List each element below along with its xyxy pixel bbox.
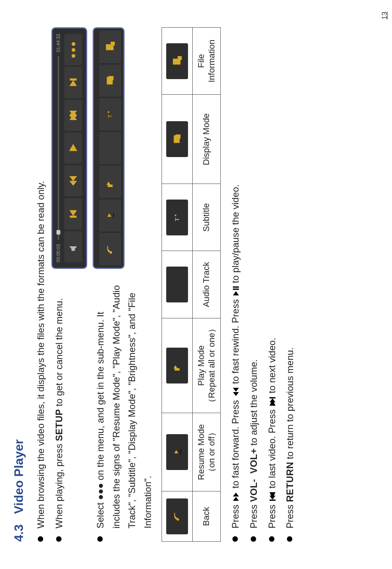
- text: to play/pause the video.: [230, 184, 241, 283]
- svg-marker-47: [233, 388, 239, 392]
- prev-track-icon: [266, 491, 274, 502]
- svg-marker-12: [108, 214, 111, 216]
- svg-point-13: [113, 217, 114, 218]
- svg-marker-2: [70, 181, 76, 185]
- text: Select ●●● on the menu, and get in the s…: [95, 312, 105, 528]
- fast-forward-icon: [229, 491, 238, 502]
- text: Play Mode: [196, 345, 206, 386]
- seek-track[interactable]: [58, 56, 59, 240]
- bullet-submenu: Select ●●● on the menu, and get in the s…: [93, 277, 156, 542]
- svg-marker-33: [174, 366, 177, 368]
- chip-back-icon: [166, 498, 188, 534]
- svg-point-32: [180, 450, 181, 451]
- play-pause-icon: [229, 286, 238, 297]
- text: to last video. Press: [267, 407, 277, 488]
- bullet-prev-next: Press to last video. Press to next video…: [264, 27, 280, 542]
- display-mode-icon[interactable]: [99, 65, 121, 97]
- text: to fast forward. Press: [230, 398, 241, 488]
- svg-rect-57: [269, 397, 275, 398]
- play-mode-icon[interactable]: [99, 166, 121, 198]
- text: Press: [230, 502, 241, 528]
- text: Press: [267, 502, 277, 528]
- cell-back: Back: [192, 491, 220, 541]
- text: When playing, press: [54, 441, 64, 528]
- text: Press: [285, 502, 295, 528]
- mute-icon[interactable]: [64, 231, 82, 262]
- text: Press: [248, 502, 259, 528]
- chip-subtitle-icon: T: [166, 200, 188, 235]
- audio-track-icon[interactable]: [99, 132, 121, 164]
- subtitle-icon[interactable]: T: [99, 98, 121, 131]
- chip-fileinfo-icon: i: [166, 43, 188, 79]
- rewind-icon: [229, 387, 238, 398]
- text: to adjust the volume.: [248, 359, 259, 445]
- svg-marker-48: [233, 392, 239, 396]
- svg-marker-9: [70, 81, 76, 86]
- svg-marker-16: [107, 182, 110, 184]
- chip-audiotrack-icon: [166, 267, 188, 302]
- next-track-icon[interactable]: [64, 67, 82, 98]
- prev-track-icon[interactable]: [64, 198, 82, 229]
- page-number: 13: [381, 12, 389, 19]
- svg-text:T: T: [107, 115, 113, 118]
- svg-rect-50: [233, 289, 239, 290]
- back-icon[interactable]: [99, 233, 121, 265]
- svg-marker-4: [70, 145, 76, 150]
- text: Track", "Subtitle", "Display Mode", "Bri…: [127, 293, 137, 528]
- svg-text:i: i: [178, 57, 182, 58]
- text: to next video.: [267, 338, 277, 393]
- play-icon[interactable]: [64, 133, 82, 164]
- svg-point-30: [180, 453, 181, 454]
- svg-marker-3: [70, 177, 76, 180]
- time-elapsed: 00:00:03: [56, 244, 61, 262]
- svg-point-18: [109, 147, 111, 150]
- resume-mode-icon[interactable]: [99, 200, 121, 232]
- rewind-icon[interactable]: [64, 165, 82, 196]
- svg-marker-29: [175, 451, 178, 453]
- bullet-return: Press RETURN to return to previous menu.: [282, 27, 298, 542]
- section-heading: 4.3 Video Player: [12, 27, 26, 542]
- cell-play: Play Mode （Repeat all or one）: [192, 318, 220, 413]
- section-number: 4.3: [12, 525, 26, 542]
- text: Resume Mode: [196, 424, 206, 480]
- fast-forward-icon[interactable]: [64, 100, 82, 131]
- cell-file: File Information: [192, 28, 220, 95]
- svg-point-31: [180, 452, 181, 453]
- submenu-bar: T i: [93, 27, 125, 269]
- player-bar: 00:00:03 01:44:33: [51, 27, 87, 269]
- more-icon[interactable]: ●●●: [64, 34, 82, 65]
- text: to fast rewind. Press: [230, 297, 241, 384]
- text: Information".: [142, 476, 153, 528]
- icons-legend-table: T i Back Resume Mode （on or off） Play Mo…: [162, 27, 221, 542]
- svg-rect-0: [70, 216, 76, 217]
- next-track-icon: [266, 396, 274, 407]
- vol-plus-keyword: VOL+: [248, 448, 259, 474]
- bullet-setup: When playing, press SETUP to get or canc…: [51, 277, 67, 542]
- vol-minus-keyword: VOL-: [248, 479, 259, 502]
- section-title-text: Video Player: [12, 439, 26, 514]
- svg-marker-45: [233, 497, 239, 501]
- text: （Repeat all or one）: [207, 324, 216, 407]
- text: File: [196, 54, 206, 68]
- svg-text:T: T: [174, 217, 180, 221]
- seek-knob[interactable]: [56, 230, 60, 235]
- setup-keyword: SETUP: [54, 409, 64, 441]
- bullet-browse: When browsing the video files, it displa…: [33, 27, 49, 542]
- svg-rect-10: [70, 79, 76, 80]
- svg-rect-25: [106, 45, 113, 50]
- svg-rect-42: [173, 59, 180, 64]
- svg-point-17: [107, 144, 113, 152]
- text: to return to previous menu.: [285, 347, 295, 459]
- bullet-volume: Press VOL- VOL+ to adjust the volume.: [246, 27, 262, 542]
- text: （on or off）: [207, 428, 216, 476]
- svg-point-35: [176, 283, 178, 286]
- text: Information: [207, 40, 216, 83]
- cell-display: Display Mode: [192, 95, 220, 184]
- cell-audio: Audio Track: [192, 251, 220, 318]
- svg-marker-49: [233, 291, 239, 295]
- chip-display-icon: [166, 121, 188, 157]
- chip-playmode-icon: [166, 348, 188, 383]
- text: to get or cancel the menu.: [54, 298, 64, 406]
- file-info-icon[interactable]: i: [99, 31, 121, 63]
- svg-marker-56: [269, 398, 275, 402]
